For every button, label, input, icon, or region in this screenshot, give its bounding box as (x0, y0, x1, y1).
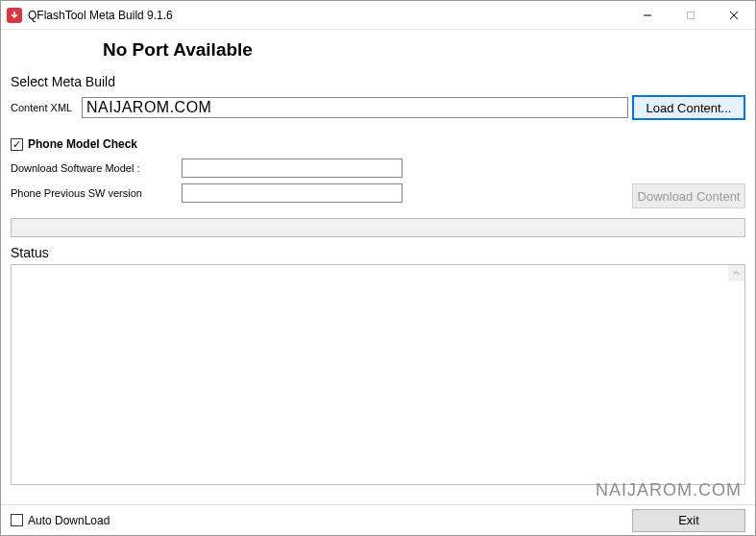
download-content-button: Download Content (632, 183, 745, 208)
phone-model-check-label: Phone Model Check (28, 137, 137, 151)
window-title: QFlashTool Meta Build 9.1.6 (28, 9, 173, 22)
port-status-message: No Port Available (103, 39, 755, 61)
download-software-model-input[interactable] (182, 158, 402, 178)
phone-previous-sw-input[interactable] (182, 183, 402, 203)
phone-previous-sw-label: Phone Previous SW version (11, 187, 182, 199)
download-software-model-label: Download Software Model : (11, 162, 182, 174)
maximize-button (669, 1, 712, 29)
window-controls (625, 1, 755, 29)
progress-bar (11, 218, 745, 237)
content-xml-label: Content XML (11, 102, 78, 113)
footer: Auto DownLoad Exit (1, 504, 755, 535)
titlebar: QFlashTool Meta Build 9.1.6 (1, 1, 755, 30)
load-content-button[interactable]: Load Content... (632, 95, 745, 120)
auto-download-label: Auto DownLoad (28, 514, 110, 527)
content-xml-input[interactable] (82, 97, 628, 118)
svg-rect-1 (687, 12, 694, 18)
auto-download-checkbox[interactable] (11, 514, 23, 526)
minimize-button[interactable] (625, 1, 669, 29)
select-meta-build-label: Select Meta Build (11, 74, 745, 89)
exit-button[interactable]: Exit (632, 509, 745, 532)
app-icon (7, 8, 22, 23)
phone-model-check-checkbox[interactable] (11, 138, 23, 151)
scrollbar-up-icon[interactable] (728, 265, 744, 281)
status-textarea[interactable] (11, 264, 745, 485)
status-label: Status (11, 245, 745, 260)
close-button[interactable] (712, 1, 755, 29)
